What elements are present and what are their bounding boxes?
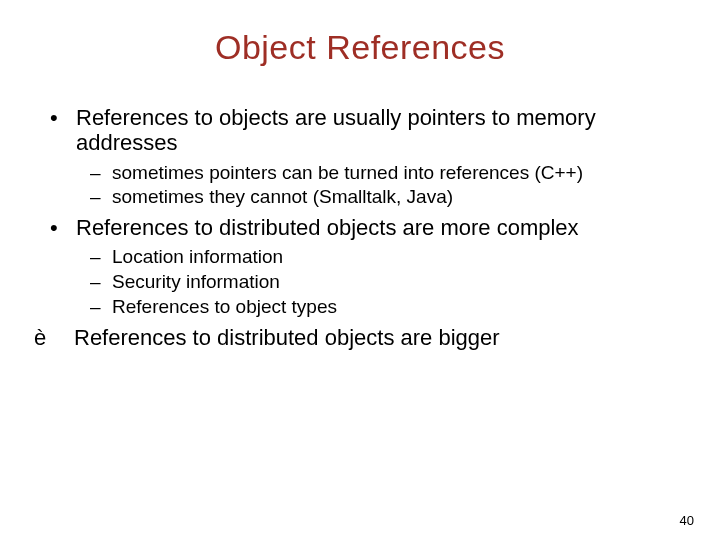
bullet-level1: • References to distributed objects are …: [50, 215, 690, 240]
bullet-level2: – sometimes they cannot (Smalltalk, Java…: [90, 186, 690, 209]
slide-title: Object References: [30, 28, 690, 67]
bullet-text: Security information: [112, 271, 280, 294]
bullet-group-3: è References to distributed objects are …: [30, 325, 690, 350]
bullet-dash-icon: –: [90, 162, 112, 185]
slide-container: Object References • References to object…: [0, 0, 720, 540]
sub-bullet-group-1: – sometimes pointers can be turned into …: [30, 162, 690, 210]
bullet-dash-icon: –: [90, 246, 112, 269]
bullet-level2: – Location information: [90, 246, 690, 269]
bullet-level2: – sometimes pointers can be turned into …: [90, 162, 690, 185]
bullet-text: Location information: [112, 246, 283, 269]
bullet-group-1: • References to objects are usually poin…: [30, 105, 690, 209]
bullet-arrow-icon: è: [30, 325, 74, 350]
bullet-group-2: • References to distributed objects are …: [30, 215, 690, 319]
sub-bullet-group-2: – Location information – Security inform…: [30, 246, 690, 318]
bullet-text: References to objects are usually pointe…: [76, 105, 690, 156]
bullet-text: References to distributed objects are mo…: [76, 215, 579, 240]
page-number: 40: [680, 513, 694, 528]
bullet-level1: • References to objects are usually poin…: [50, 105, 690, 156]
bullet-text: sometimes pointers can be turned into re…: [112, 162, 583, 185]
bullet-dash-icon: –: [90, 296, 112, 319]
bullet-dash-icon: –: [90, 271, 112, 294]
bullet-level2: – References to object types: [90, 296, 690, 319]
bullet-dot-icon: •: [50, 215, 76, 240]
bullet-dash-icon: –: [90, 186, 112, 209]
bullet-text: References to object types: [112, 296, 337, 319]
bullet-special: è References to distributed objects are …: [30, 325, 690, 350]
bullet-dot-icon: •: [50, 105, 76, 130]
bullet-text: References to distributed objects are bi…: [74, 325, 500, 350]
bullet-level2: – Security information: [90, 271, 690, 294]
bullet-text: sometimes they cannot (Smalltalk, Java): [112, 186, 453, 209]
